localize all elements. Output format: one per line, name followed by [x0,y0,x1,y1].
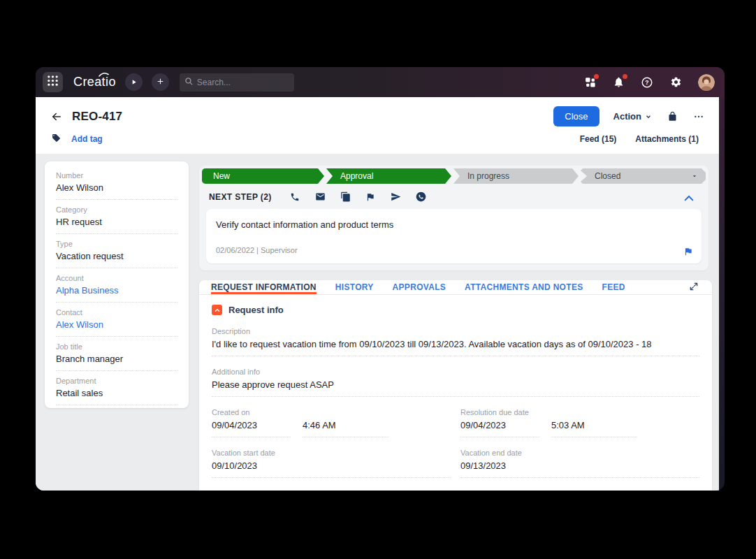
additional-info-value[interactable]: Please approve request ASAP [212,379,699,390]
description-value[interactable]: I'd like to request vacation time from 0… [212,339,699,349]
field-account: Account Alpha Business [56,268,177,303]
vacation-type-field: Vacation type Paid [212,489,451,491]
record-header: REO-417 Close Action [36,97,719,154]
created-on-field: Created on 09/04/2023 4:46 AM [212,408,451,437]
search-input[interactable] [197,78,289,87]
user-avatar[interactable] [698,74,715,91]
field-label: Job title [56,342,177,351]
stage-label: Closed [595,171,620,181]
flag-icon [683,247,693,256]
flag-button[interactable] [365,191,376,202]
feed-link[interactable]: Feed (15) [580,134,617,144]
flag-icon [365,192,375,202]
scrollbar-gutter[interactable] [719,97,725,491]
topbar: Creatio ? [36,67,725,97]
settings-button[interactable] [669,76,682,89]
stage-approval[interactable]: Approval [326,168,451,184]
available-days-field: Number of available days 18 [460,489,699,491]
add-tag-button[interactable]: Add tag [71,134,103,144]
close-button[interactable]: Close [553,106,599,126]
tab-history[interactable]: HISTORY [335,280,374,294]
stage-label: Approval [340,171,373,181]
expand-button[interactable] [689,282,700,293]
next-step-task-card[interactable]: Verify contact information and product t… [206,209,702,263]
task-meta: 02/06/2022 | Supervisor [216,246,298,254]
send-icon [391,191,401,202]
additional-info-field: Additional info Please approve request A… [212,368,699,397]
field-label: Resolution due date [460,408,699,416]
field-contact: Contact Alex Wilson [56,303,177,337]
action-label: Action [613,111,641,122]
field-value[interactable]: Alex Wilson [56,182,177,193]
help-button[interactable]: ? [641,76,653,89]
created-on-date[interactable]: 09/04/2023 [212,420,291,437]
copy-icon [340,191,351,202]
help-icon: ? [641,76,653,89]
collapse-panel-button[interactable] [683,192,696,202]
copy-button[interactable] [340,191,351,202]
tab-feed[interactable]: FEED [602,280,625,294]
section-collapse-icon[interactable] [212,305,222,315]
field-value[interactable]: HR request [56,217,177,227]
field-label: Description [212,327,699,335]
expand-icon [689,282,699,291]
vacation-end-value[interactable]: 09/13/2023 [460,460,699,478]
tab-approvals[interactable]: APPROVALS [393,280,446,294]
tab-attachments-and-notes[interactable]: ATTACHMENTS AND NOTES [465,280,583,294]
call-button[interactable] [290,191,300,202]
stage-in-progress[interactable]: In progress [453,168,579,184]
field-label: Additional info [212,368,699,376]
contact-link[interactable]: Alex Wilson [56,319,177,330]
access-rights-button[interactable] [666,110,678,123]
field-type: Type Vacation request [56,234,177,268]
stage-label: New [213,171,230,181]
send-button[interactable] [391,191,401,202]
back-button[interactable] [50,110,63,123]
request-info-section-header[interactable]: Request info [212,305,699,315]
field-label: Category [56,205,177,214]
tab-request-information[interactable]: REQUEST INFORMATION [211,280,317,294]
whatsapp-button[interactable] [416,191,426,202]
field-label: Type [56,240,177,248]
page-title: REO-417 [72,110,122,124]
resolution-due-date[interactable]: 09/04/2023 [460,420,539,437]
stage-closed[interactable]: Closed [581,168,706,184]
action-dropdown[interactable]: Action [613,111,652,122]
tag-icon[interactable] [52,133,61,145]
run-process-button[interactable] [125,73,143,91]
notifications-button[interactable] [612,76,625,89]
detail-panel: REQUEST INFORMATION HISTORY APPROVALS AT… [199,280,712,491]
task-flag-button[interactable] [683,247,694,257]
field-label: Number [56,171,177,180]
content-area: Number Alex Wilson Category HR request T… [36,154,719,491]
account-link[interactable]: Alpha Business [56,285,177,296]
email-icon [315,191,326,202]
attachments-link[interactable]: Attachments (1) [635,134,699,144]
field-number: Number Alex Wilson [56,166,177,200]
more-menu-button[interactable] [692,110,705,123]
processes-button[interactable] [583,76,596,89]
field-label: Created on [212,408,451,416]
vacation-start-value[interactable]: 09/10/2023 [212,460,451,478]
phone-icon [290,192,300,202]
stage-dropdown-icon[interactable] [691,173,698,180]
add-new-button[interactable] [152,73,169,91]
email-button[interactable] [315,191,326,202]
stage-new[interactable]: New [202,168,324,184]
field-label: Number of available days [460,489,699,491]
app-launcher-button[interactable] [43,72,63,92]
field-label: Vacation start date [212,449,451,457]
resolution-due-time[interactable]: 5:03 AM [551,420,637,437]
whatsapp-icon [416,191,426,202]
created-on-time[interactable]: 4:46 AM [303,420,388,437]
profile-card: Number Alex Wilson Category HR request T… [45,161,189,408]
creatio-logo-accent [99,72,109,77]
field-value[interactable]: Branch manager [56,354,177,364]
section-title: Request info [228,305,284,315]
creatio-logo: Creatio [73,75,116,89]
field-value[interactable]: Vacation request [56,251,177,261]
play-icon [130,76,138,89]
field-category: Category HR request [56,200,177,234]
task-title: Verify contact information and product t… [216,219,692,230]
field-value[interactable]: Retail sales [56,388,177,398]
